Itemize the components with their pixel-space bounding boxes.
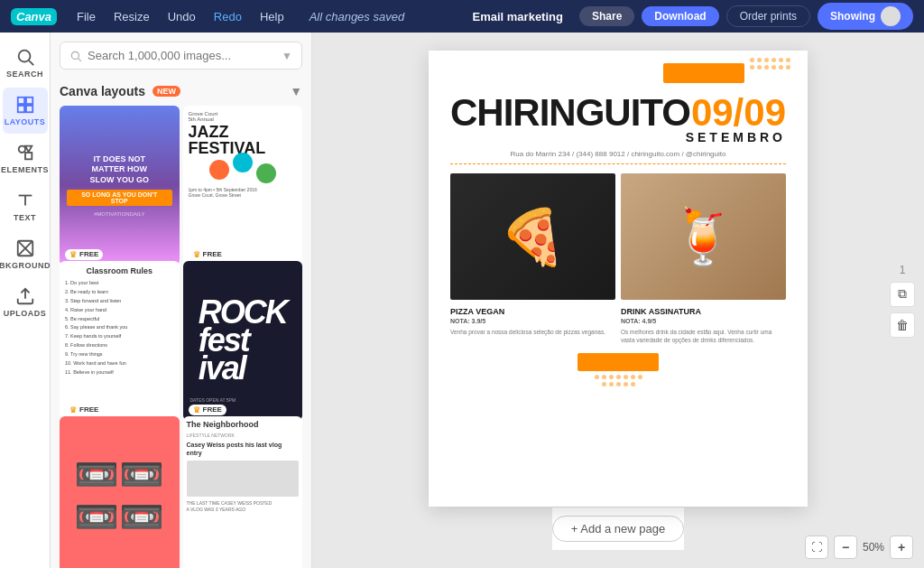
dot-decoration	[750, 65, 754, 70]
undo-button[interactable]: Undo	[162, 8, 201, 25]
drink-desc: Os melhores drink da cidade estão aqui. …	[621, 328, 786, 344]
layouts-icon	[15, 95, 35, 115]
free-badge-jazz: ♛ FREE	[189, 249, 226, 260]
design-content: CHIRINGUITO 09/09 SETEMBRO Rua do Marrin…	[429, 51, 808, 507]
svg-rect-5	[25, 106, 32, 112]
layout-card-jazz[interactable]: Grove Court5th Annual JAZZFESTIVAL 1pm t…	[183, 106, 303, 265]
layout-card-rock[interactable]: ROCKfestival DATES OPEN AT 5PM ♛ FREE	[183, 261, 303, 421]
dot-decoration	[772, 58, 776, 62]
search-bar[interactable]: ▼	[60, 42, 302, 70]
crown-icon-rock: ♛	[193, 405, 200, 414]
svg-point-6	[18, 146, 24, 153]
svg-rect-3	[25, 98, 32, 104]
pizza-desc: Venha provar a nossa deliciosa seleção d…	[450, 328, 615, 336]
download-button[interactable]: Download	[642, 6, 718, 26]
dot-decoration	[764, 58, 769, 62]
present-button[interactable]: ⛶	[805, 535, 828, 559]
copy-page-button[interactable]: ⧉	[890, 282, 915, 307]
canvas-page: CHIRINGUITO 09/09 SETEMBRO Rua do Marrin…	[429, 51, 808, 507]
design-captions: PIZZA VEGAN NOTA: 3.9/5 Venha provar a n…	[450, 307, 786, 344]
sidebar-item-elements[interactable]: Elements	[3, 135, 48, 182]
free-badge: ♛ FREE	[65, 249, 103, 260]
orange-bar-bottom	[578, 353, 659, 371]
layout-card-cassette[interactable]: 📼📼📼📼	[60, 416, 180, 568]
caption-pizza: PIZZA VEGAN NOTA: 3.9/5 Venha provar a n…	[450, 307, 615, 344]
order-prints-button[interactable]: Order prints	[726, 5, 810, 27]
orange-bar-top	[663, 63, 744, 83]
sidebar-item-background[interactable]: Bkground	[3, 231, 48, 277]
top-navigation: Canva File Resize Undo Redo Help All cha…	[0, 0, 924, 33]
dot-decoration	[757, 58, 762, 62]
svg-line-1	[29, 61, 33, 65]
design-header: CHIRINGUITO 09/09 SETEMBRO	[450, 94, 786, 144]
crown-icon-jazz: ♛	[193, 250, 200, 259]
dot-decoration	[764, 65, 769, 70]
search-icon	[15, 47, 35, 67]
layout-card-neighborhood[interactable]: The Neighborhood LIFESTYLE NETWORK Casey…	[183, 416, 303, 568]
crown-icon-classroom: ♛	[69, 405, 77, 414]
share-button[interactable]: Share	[579, 6, 634, 26]
svg-point-13	[71, 51, 79, 59]
drink-image	[621, 173, 786, 300]
free-badge-classroom: ♛ FREE	[65, 405, 103, 415]
svg-rect-2	[17, 98, 23, 104]
svg-rect-4	[17, 106, 23, 112]
design-address: Rua do Marrin 234 / (344) 888 9012 / chi…	[450, 150, 786, 158]
svg-line-14	[79, 58, 81, 61]
avatar	[881, 6, 901, 26]
layout-grid: IT DOES NOTMATTER HOWSLOW YOU GO SO LONG…	[51, 106, 311, 568]
redo-button[interactable]: Redo	[208, 8, 247, 25]
background-icon	[15, 238, 35, 258]
design-images	[450, 173, 786, 300]
dots-bottom	[591, 375, 645, 386]
add-page-button[interactable]: + Add a new page	[552, 516, 684, 542]
search-bar-icon	[69, 50, 82, 62]
search-bar-wrapper: ▼	[51, 33, 311, 79]
file-menu[interactable]: File	[71, 8, 101, 25]
right-toolbar: 1 ⧉ 🗑	[890, 264, 915, 338]
search-dropdown-icon[interactable]: ▼	[282, 50, 292, 62]
layout-card-motivational[interactable]: IT DOES NOTMATTER HOWSLOW YOU GO SO LONG…	[60, 106, 180, 265]
resize-menu[interactable]: Resize	[108, 8, 155, 25]
pizza-note: NOTA: 3.9/5	[450, 318, 615, 324]
separator-line	[450, 163, 786, 164]
uploads-icon	[15, 286, 35, 306]
chevron-down-icon[interactable]: ▼	[290, 84, 302, 98]
pizza-title: PIZZA VEGAN	[450, 307, 615, 316]
dot-decoration	[750, 58, 754, 62]
help-menu[interactable]: Help	[254, 8, 290, 25]
canvas-area: CHIRINGUITO 09/09 SETEMBRO Rua do Marrin…	[312, 33, 924, 568]
pizza-image	[450, 173, 615, 300]
zoom-controls: ⛶ − 50% +	[805, 535, 913, 559]
page-number: 1	[900, 264, 906, 276]
delete-page-button[interactable]: 🗑	[890, 312, 915, 338]
sidebar-item-search[interactable]: Search	[3, 40, 48, 86]
zoom-minus-button[interactable]: −	[834, 535, 857, 559]
layout-header: Canva layouts NEW ▼	[51, 79, 311, 106]
zoom-plus-button[interactable]: +	[890, 535, 913, 559]
layout-card-classroom[interactable]: Classroom Rules 1. Do your best 2. Be re…	[60, 261, 180, 421]
design-date: 09/09	[691, 94, 786, 132]
saved-status: All changes saved	[304, 8, 411, 25]
svg-marker-8	[25, 146, 32, 152]
sidebar-item-uploads[interactable]: Uploads	[3, 279, 48, 325]
main-area: Search Layouts Elements Text Bkground Up…	[0, 33, 924, 568]
search-input[interactable]	[88, 49, 276, 62]
dot-decoration	[786, 58, 790, 62]
free-badge-rock: ♛ FREE	[189, 405, 226, 415]
zoom-level: 50%	[863, 541, 884, 554]
showing-button[interactable]: Showing	[818, 3, 913, 30]
drink-title: DRINK ASSINATURA	[621, 307, 786, 316]
canva-logo[interactable]: Canva	[11, 8, 57, 25]
dot-decoration	[786, 65, 790, 70]
left-panel: ▼ Canva layouts NEW ▼ IT DOES NOTMATTER …	[51, 33, 312, 568]
dot-decoration	[757, 65, 762, 70]
sidebar-item-layouts[interactable]: Layouts	[3, 88, 48, 134]
dot-decoration	[779, 65, 783, 70]
layouts-title: Canva layouts	[60, 84, 145, 98]
document-title: Email marketing	[473, 10, 563, 23]
sidebar-item-text[interactable]: Text	[3, 183, 48, 229]
design-title: CHIRINGUITO	[450, 94, 690, 132]
dot-decoration	[772, 65, 776, 70]
dot-decoration	[779, 58, 783, 62]
